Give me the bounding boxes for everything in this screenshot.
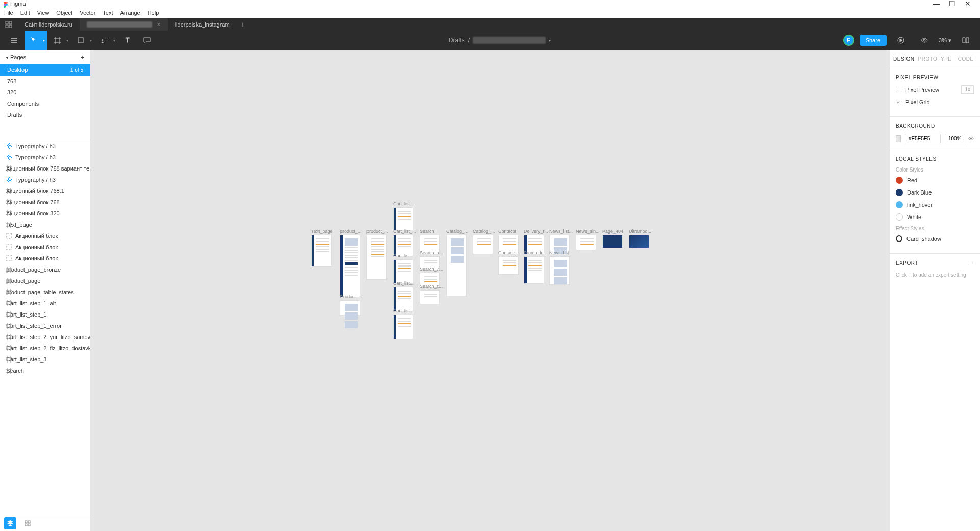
pixel-scale-select[interactable]: 1x: [961, 85, 974, 94]
pages-header[interactable]: ▾Pages +: [0, 50, 90, 64]
canvas-frame[interactable]: Cart_list_...: [393, 229, 416, 256]
menu-arrange[interactable]: Arrange: [120, 10, 140, 16]
tab-add-button[interactable]: +: [241, 20, 245, 29]
add-page-button[interactable]: +: [81, 54, 84, 60]
tab-0[interactable]: Сайт liderpoiska.ru: [17, 18, 80, 31]
pixel-preview-checkbox[interactable]: [896, 87, 901, 92]
chevron-down-icon[interactable]: ▾: [43, 31, 47, 50]
add-export-button[interactable]: +: [971, 260, 974, 266]
layer-item[interactable]: Акционный блок 768.1: [0, 185, 90, 197]
menu-text[interactable]: Text: [103, 10, 113, 16]
tab-1[interactable]: ████████ ████████×: [80, 18, 168, 31]
canvas-frame[interactable]: Search_z...: [420, 284, 443, 304]
maximize-button[interactable]: ☐: [949, 0, 955, 8]
bg-opacity-input[interactable]: [945, 134, 964, 143]
canvas-frame[interactable]: Cart_list...: [393, 253, 414, 284]
canvas-frame[interactable]: Page_404: [602, 229, 623, 248]
canvas-frame[interactable]: Text_page: [311, 229, 333, 267]
canvas-frame[interactable]: Ultramod...: [629, 229, 651, 248]
canvas-frame[interactable]: News_sin...: [576, 229, 600, 250]
minimize-button[interactable]: —: [933, 0, 940, 8]
home-icon[interactable]: [4, 20, 13, 29]
canvas-frame[interactable]: Catalog_...: [446, 229, 469, 296]
layer-item[interactable]: Cart_list_step_2_yur_litzo_samoviv...: [0, 331, 90, 343]
layer-item[interactable]: Акционный блок: [0, 242, 90, 253]
layer-item[interactable]: Cart_list_step_3: [0, 354, 90, 365]
menu-view[interactable]: View: [37, 10, 50, 16]
layer-item[interactable]: product_page: [0, 275, 90, 286]
tab-prototype[interactable]: PROTOTYPE: [918, 56, 952, 62]
layer-item[interactable]: Акционный блок 768: [0, 197, 90, 208]
color-style-item[interactable]: Dark Blue: [896, 189, 974, 196]
color-style-item[interactable]: White: [896, 213, 974, 221]
breadcrumb[interactable]: Drafts/████ ██ ██████████▾: [449, 37, 551, 44]
layer-item[interactable]: Typography / h3: [0, 140, 90, 152]
color-style-item[interactable]: link_hover: [896, 201, 974, 208]
present-button[interactable]: [892, 31, 910, 50]
bg-hex-input[interactable]: [905, 134, 941, 143]
menu-object[interactable]: Object: [56, 10, 72, 16]
bg-swatch[interactable]: [896, 135, 901, 142]
chevron-down-icon[interactable]: ▾: [66, 38, 70, 43]
canvas-frame[interactable]: product_...: [366, 229, 388, 280]
layer-item[interactable]: Typography / h3: [0, 174, 90, 185]
avatar[interactable]: E: [843, 35, 854, 46]
tab-2[interactable]: liderpoiska_instagram: [168, 18, 237, 31]
canvas-frame[interactable]: News_list: [549, 250, 570, 285]
layer-item[interactable]: Cart_list_step_1: [0, 309, 90, 320]
canvas-frame[interactable]: Catalog_...: [473, 229, 495, 254]
assets-panel-button[interactable]: [21, 517, 34, 529]
page-item[interactable]: 768: [0, 76, 90, 87]
canvas-frame[interactable]: Promo_li...: [524, 250, 546, 284]
layer-item[interactable]: Typography / h3: [0, 152, 90, 163]
layer-item[interactable]: Акционный блок 320: [0, 208, 90, 219]
library-button[interactable]: [957, 31, 975, 50]
menu-file[interactable]: File: [4, 10, 13, 16]
canvas[interactable]: Cart_list_...Text_pageproduct_...product…: [91, 50, 889, 531]
layer-item[interactable]: Акционный блок: [0, 230, 90, 242]
hamburger-menu-button[interactable]: [5, 31, 23, 50]
canvas-frame[interactable]: Cart_list...: [393, 308, 414, 339]
menu-edit[interactable]: Edit: [20, 10, 30, 16]
layers-panel-button[interactable]: [4, 517, 16, 529]
chevron-down-icon[interactable]: ▾: [113, 38, 117, 43]
layer-item[interactable]: Акционный блок: [0, 253, 90, 264]
layer-item[interactable]: Text_page: [0, 219, 90, 230]
frame-tool-button[interactable]: [48, 31, 66, 50]
page-item[interactable]: Components: [0, 98, 90, 109]
page-item[interactable]: 320: [0, 87, 90, 98]
effect-style-item[interactable]: Card_shadow: [896, 235, 974, 242]
layer-item[interactable]: Search: [0, 365, 90, 376]
share-button[interactable]: Share: [860, 35, 887, 46]
layer-item[interactable]: product_page_table_states: [0, 286, 90, 298]
pixel-grid-checkbox[interactable]: ✓: [896, 100, 901, 105]
tab-design[interactable]: DESIGN: [890, 56, 918, 62]
move-tool-button[interactable]: [24, 31, 43, 50]
shape-tool-button[interactable]: [71, 31, 90, 50]
layer-item[interactable]: Cart_list_step_1_alt: [0, 298, 90, 309]
close-button[interactable]: ✕: [965, 0, 971, 8]
layer-item[interactable]: Cart_list_step_2_fiz_litzo_dostavka: [0, 343, 90, 354]
zoom-value[interactable]: 3% ▾: [939, 37, 951, 44]
color-style-item[interactable]: Red: [896, 177, 974, 184]
visibility-toggle-icon[interactable]: 👁: [968, 136, 974, 142]
chevron-down-icon[interactable]: ▾: [90, 38, 94, 43]
layer-item[interactable]: Cart_list_step_1_error: [0, 320, 90, 331]
text-tool-button[interactable]: T: [118, 31, 137, 50]
canvas-frame[interactable]: product_...: [340, 229, 362, 297]
page-item[interactable]: Drafts: [0, 109, 90, 120]
canvas-frame[interactable]: Cart_list_...: [393, 201, 416, 231]
canvas-frame[interactable]: Cart_list...: [393, 281, 414, 311]
canvas-frame[interactable]: Product_...: [340, 294, 362, 316]
page-item[interactable]: Desktop1 of 5: [0, 64, 90, 76]
pen-tool-button[interactable]: [95, 31, 113, 50]
comment-tool-button[interactable]: [138, 31, 156, 50]
menu-vector[interactable]: Vector: [80, 10, 95, 16]
view-settings-button[interactable]: [915, 31, 934, 50]
tab-code[interactable]: CODE: [952, 56, 981, 62]
layer-item[interactable]: Акционный блок 768 вариант те...: [0, 163, 90, 174]
layer-item[interactable]: product_page_bronze: [0, 264, 90, 275]
tab-close-icon[interactable]: ×: [157, 21, 161, 28]
menu-help[interactable]: Help: [148, 10, 159, 16]
canvas-frame[interactable]: Contacts...: [498, 250, 520, 275]
